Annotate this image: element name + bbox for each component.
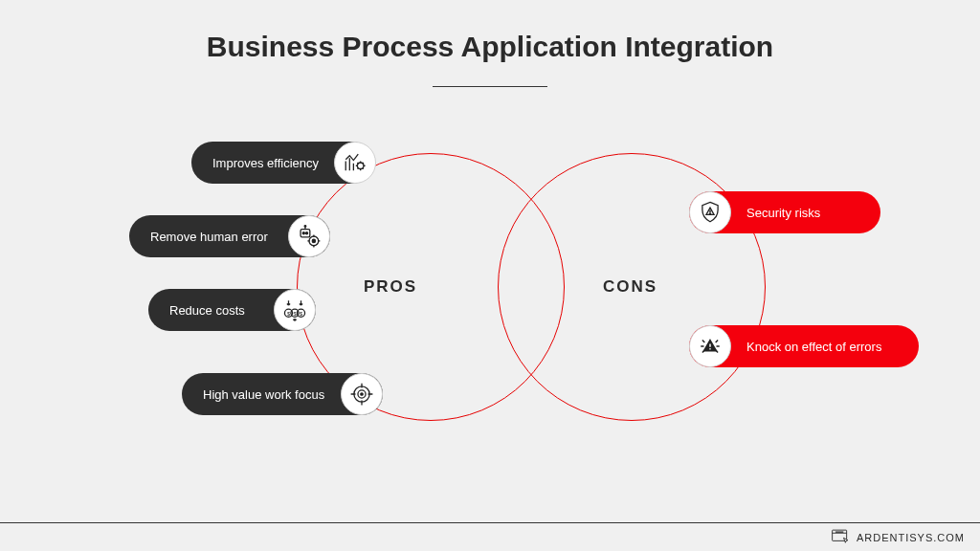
cons-label: CONS [603,277,657,297]
pro-label: Remove human error [135,230,283,244]
footer: ARDENTISYS.COM [0,522,980,551]
svg-point-16 [709,213,710,214]
crosshair-icon [341,373,383,415]
con-label: Knock on effect of errors [731,340,897,354]
pro-label: High value work focus [188,387,340,402]
pro-label: Reduce costs [154,303,260,318]
svg-point-2 [302,232,304,234]
robot-target-icon [288,215,330,257]
page-title: Business Process Application Integration [0,0,980,63]
shield-alert-icon [689,191,731,233]
pro-item-human-error: Remove human error [129,215,330,257]
pro-label: Improves efficiency [197,156,334,170]
warning-rays-icon [689,325,731,367]
svg-point-15 [361,393,363,395]
chart-gear-icon [334,142,376,184]
con-label: Security risks [731,206,835,220]
svg-point-6 [312,239,315,242]
title-divider [433,86,547,87]
venn-canvas: PROS CONS Improves efficiency Remove hum… [0,124,980,507]
svg-point-3 [306,232,308,234]
svg-point-4 [304,226,306,228]
con-item-security: Security risks [689,191,880,233]
pro-item-efficiency: Improves efficiency [191,142,373,184]
svg-text:$: $ [300,311,303,317]
svg-point-17 [709,348,711,350]
pros-label: PROS [364,277,417,297]
browser-cursor-icon [832,529,851,546]
con-item-knock-on: Knock on effect of errors [689,325,919,367]
pro-item-costs: Reduce costs $ $ $ [148,289,316,331]
pro-item-focus: High value work focus [182,373,383,415]
footer-text: ARDENTISYS.COM [857,532,965,543]
svg-rect-19 [835,531,844,532]
dollars-down-icon: $ $ $ [274,289,316,331]
